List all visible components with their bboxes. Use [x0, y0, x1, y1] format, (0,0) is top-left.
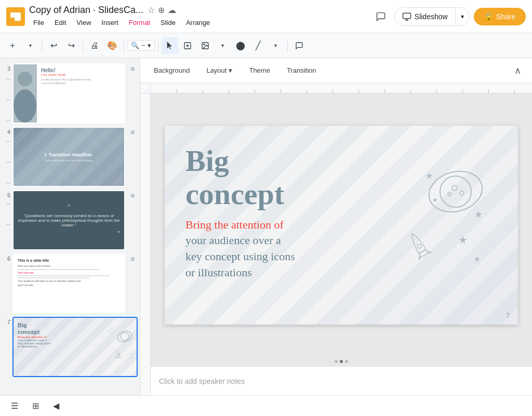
ruler-row [140, 83, 532, 93]
view-list-button[interactable]: ☰ [6, 398, 23, 414]
print-button[interactable]: 🖨 [86, 37, 103, 54]
right-panel: Background Layout ▾ Theme Transition ∧ [140, 58, 532, 395]
slide-thumbnail-6[interactable]: This is a slide title Here you have a li… [12, 253, 125, 314]
slide-thumb-row-4[interactable]: 4 I. Transition Headline Let's start wit… [0, 126, 140, 188]
comment-tool[interactable] [291, 37, 308, 54]
slide-thumb-row-5[interactable]: 5 " "Quotations are commonly printed as … [0, 189, 140, 251]
slide-work-area: Bigconcept Bring the attention of your a… [140, 83, 532, 395]
context-toolbar: Background Layout ▾ Theme Transition ∧ [140, 58, 532, 83]
add-dropdown[interactable]: ▾ [22, 37, 38, 54]
paintformat-button[interactable]: 🎨 [104, 37, 121, 54]
menu-file[interactable]: File [29, 17, 48, 29]
add-button[interactable]: + [4, 37, 21, 54]
shape-tool[interactable]: ⬤ [232, 37, 249, 54]
slide-thumbnail-4[interactable]: I. Transition Headline Let's start with … [12, 127, 125, 187]
menu-edit[interactable]: Edit [50, 17, 70, 29]
svg-rect-13 [203, 89, 203, 93]
slideshow-label: Slideshow [415, 12, 448, 21]
menu-insert[interactable]: Insert [97, 17, 123, 29]
star-icon[interactable]: ☆ [148, 5, 155, 15]
thumb-7-title: Bigconcept [18, 322, 132, 336]
zoom-control[interactable]: 🔍 − ▾ [127, 40, 155, 51]
zoom-dropdown-icon: ▾ [148, 42, 151, 49]
slide-with-ruler: Bigconcept Bring the attention of your a… [140, 93, 532, 395]
bottom-bar: ☰ ⊞ ◀ [0, 395, 532, 416]
image-tool[interactable] [197, 37, 214, 54]
share-button[interactable]: 🔒 Share [474, 8, 526, 25]
svg-rect-17 [307, 89, 307, 93]
slide-text-column: Bigconcept Bring the attention of your a… [185, 144, 373, 281]
thumb-img-5: " "Quotations are commonly printed as a … [14, 191, 124, 249]
menu-format[interactable]: Format [125, 17, 154, 29]
ruler-horizontal [151, 83, 532, 93]
slide-and-notes: Bigconcept Bring the attention of your a… [151, 93, 532, 395]
layout-button[interactable]: Layout ▾ [199, 63, 240, 77]
svg-text:★: ★ [474, 209, 483, 220]
slide-thumbnail-5[interactable]: " "Quotations are commonly printed as a … [12, 190, 125, 250]
svg-rect-23 [462, 89, 463, 93]
zoom-label: − [141, 42, 145, 49]
canvas-center[interactable]: Bigconcept Bring the attention of your a… [151, 93, 532, 357]
select-tool[interactable] [162, 37, 178, 54]
dots-indicator [151, 357, 532, 366]
background-button[interactable]: Background [147, 63, 197, 77]
theme-button[interactable]: Theme [242, 63, 277, 77]
top-right-controls: Slideshow ▾ 🔒 Share [371, 7, 526, 26]
speaker-notes[interactable]: Click to add speaker notes [151, 366, 532, 395]
slide-illustration-column: ★ ★ ★ [373, 144, 497, 306]
redo-button[interactable]: ↪ [63, 37, 79, 54]
slide-6-edge: ⊙ [127, 253, 138, 264]
slideshow-dropdown[interactable]: ▾ [455, 9, 469, 24]
svg-rect-22 [436, 89, 437, 93]
line-tool[interactable]: ╱ [250, 37, 267, 54]
ruler-vertical [140, 93, 151, 395]
ruler-corner [140, 83, 151, 93]
menu-arrange[interactable]: Arrange [182, 17, 214, 29]
menu-view[interactable]: View [72, 17, 95, 29]
top-bar: Copy of Adrian · SlidesCa... ☆ ⊕ ☁ File … [0, 0, 532, 33]
dot-2 [340, 360, 343, 363]
thumb-img-3: Hello! I am Jaylen Smith an idea because… [14, 64, 124, 123]
svg-point-6 [14, 89, 36, 123]
thumb-hello-title: Hello! [41, 68, 120, 73]
folder-icon[interactable]: ⊕ [158, 5, 165, 15]
undo-button[interactable]: ↩ [45, 37, 62, 54]
thumb-4-sub: Let's start with the first set of slides [45, 159, 93, 162]
main-slide-canvas[interactable]: Bigconcept Bring the attention of your a… [165, 126, 518, 325]
slide-thumb-row-6[interactable]: 6 This is a slide title Here you have a … [0, 252, 140, 315]
svg-point-38 [448, 193, 451, 196]
slide-5-icon: ⊙ [127, 190, 138, 200]
slide-body-line3: or illustrations [185, 266, 252, 279]
slide-thumb-row-7[interactable]: 7 Bigconcept Bring the attention of your… [0, 316, 140, 378]
slide-4-icon: ⊙ [127, 127, 138, 137]
svg-point-36 [452, 185, 457, 191]
cloud-icon[interactable]: ☁ [168, 5, 176, 15]
dot-3 [345, 360, 348, 363]
app-window: Copy of Adrian · SlidesCa... ☆ ⊕ ☁ File … [0, 0, 532, 416]
slide-5-edge: ⊙ [127, 190, 138, 200]
svg-rect-25 [514, 89, 515, 93]
image-dropdown[interactable]: ▾ [215, 37, 231, 54]
slide-body-line1: your audience over a [185, 234, 281, 247]
slide-thumb-row-3[interactable]: 3 Hello [0, 62, 140, 125]
svg-text:★: ★ [432, 196, 438, 204]
slide-thumbnail-3[interactable]: Hello! I am Jaylen Smith an idea because… [12, 63, 125, 124]
slide-thumbnail-7[interactable]: Bigconcept Bring the attention of your a… [12, 317, 138, 377]
comment-button[interactable] [371, 7, 390, 26]
menu-slide[interactable]: Slide [156, 17, 180, 29]
slide-main-title: Bigconcept [185, 144, 373, 211]
svg-point-3 [203, 44, 204, 45]
collapse-panel-button[interactable]: ◀ [48, 398, 64, 414]
thumb-person-area [14, 64, 37, 123]
line-dropdown[interactable]: ▾ [268, 37, 284, 54]
transition-button[interactable]: Transition [280, 63, 324, 77]
view-grid-button[interactable]: ⊞ [27, 398, 44, 414]
zoom-icon: 🔍 [131, 42, 139, 49]
thumb-3-text: Hello! I am Jaylen Smith an idea because… [37, 64, 124, 123]
speaker-notes-placeholder: Click to add speaker notes [159, 377, 245, 385]
text-tool[interactable] [179, 37, 196, 54]
slide-6-icon: ⊙ [127, 253, 138, 264]
present-button[interactable]: Slideshow [395, 8, 455, 25]
slide-content: Bigconcept Bring the attention of your a… [165, 126, 518, 325]
collapse-button[interactable]: ∧ [509, 62, 526, 79]
